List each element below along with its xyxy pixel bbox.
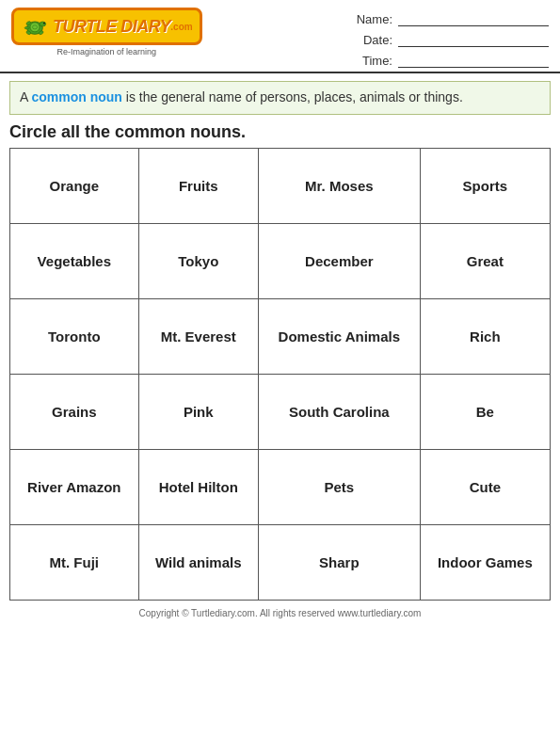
table-cell[interactable]: Mt. Fuji	[10, 524, 139, 600]
table-row: VegetablesTokyoDecemberGreat	[10, 223, 551, 298]
table-cell[interactable]: Fruits	[138, 148, 258, 223]
common-noun-term: common noun	[31, 89, 121, 104]
table-cell[interactable]: Sharp	[258, 524, 420, 600]
table-cell[interactable]: Tokyo	[138, 223, 258, 298]
turtle-icon	[21, 13, 49, 40]
logo-text: TURTLE DIARY	[53, 17, 170, 37]
page-header: TURTLE DIARY .com Re-Imagination of lear…	[0, 0, 560, 73]
table-cell[interactable]: Indoor Games	[420, 524, 550, 600]
table-row: Mt. FujiWild animalsSharpIndoor Games	[10, 524, 551, 600]
table-cell[interactable]: Rich	[420, 298, 550, 374]
table-cell[interactable]: South Carolina	[258, 374, 420, 449]
info-suffix: is the general name of persons, places, …	[122, 89, 463, 104]
time-row: Time:	[355, 53, 549, 68]
name-label: Name:	[355, 12, 392, 26]
logo-tagline: Re-Imagination of learning	[57, 47, 157, 56]
table-cell[interactable]: Orange	[10, 148, 139, 223]
svg-point-2	[40, 22, 46, 26]
table-cell[interactable]: Great	[420, 223, 550, 298]
table-cell[interactable]: Vegetables	[10, 223, 139, 298]
table-cell[interactable]: Toronto	[10, 298, 139, 374]
table-cell[interactable]: Hotel Hilton	[138, 449, 258, 524]
logo-box: TURTLE DIARY .com	[11, 8, 202, 45]
table-cell[interactable]: River Amazon	[10, 449, 139, 524]
table-cell[interactable]: Pink	[138, 374, 258, 449]
logo-area: TURTLE DIARY .com Re-Imagination of lear…	[11, 8, 202, 56]
table-row: River AmazonHotel HiltonPetsCute	[10, 449, 551, 524]
date-label: Date:	[355, 33, 392, 47]
logo-com: .com	[170, 22, 192, 32]
form-fields: Name: Date: Time:	[355, 8, 549, 68]
table-cell[interactable]: Mt. Everest	[138, 298, 258, 374]
table-cell[interactable]: Grains	[10, 374, 139, 449]
svg-point-8	[43, 23, 45, 24]
svg-point-6	[24, 26, 29, 28]
info-prefix: A	[20, 89, 31, 104]
time-input[interactable]	[398, 53, 549, 68]
footer-text: Copyright © Turtlediary.com. All rights …	[0, 608, 560, 624]
table-cell[interactable]: Mr. Moses	[258, 148, 420, 223]
instruction-text: Circle all the common nouns.	[9, 122, 551, 142]
table-cell[interactable]: Cute	[420, 449, 550, 524]
name-input[interactable]	[398, 11, 549, 26]
time-label: Time:	[355, 54, 392, 68]
table-cell[interactable]: Sports	[420, 148, 550, 223]
table-cell[interactable]: Pets	[258, 449, 420, 524]
table-row: TorontoMt. EverestDomestic AnimalsRich	[10, 298, 551, 374]
table-row: GrainsPinkSouth CarolinaBe	[10, 374, 551, 449]
word-table: OrangeFruitsMr. MosesSportsVegetablesTok…	[9, 148, 551, 601]
info-box: A common noun is the general name of per…	[9, 81, 551, 115]
table-cell[interactable]: Domestic Animals	[258, 298, 420, 374]
svg-point-1	[30, 23, 40, 32]
table-row: OrangeFruitsMr. MosesSports	[10, 148, 551, 223]
table-cell[interactable]: Be	[420, 374, 550, 449]
table-cell[interactable]: Wild animals	[138, 524, 258, 600]
name-row: Name:	[355, 11, 549, 26]
date-row: Date:	[355, 32, 549, 47]
date-input[interactable]	[398, 32, 549, 47]
table-cell[interactable]: December	[258, 223, 420, 298]
